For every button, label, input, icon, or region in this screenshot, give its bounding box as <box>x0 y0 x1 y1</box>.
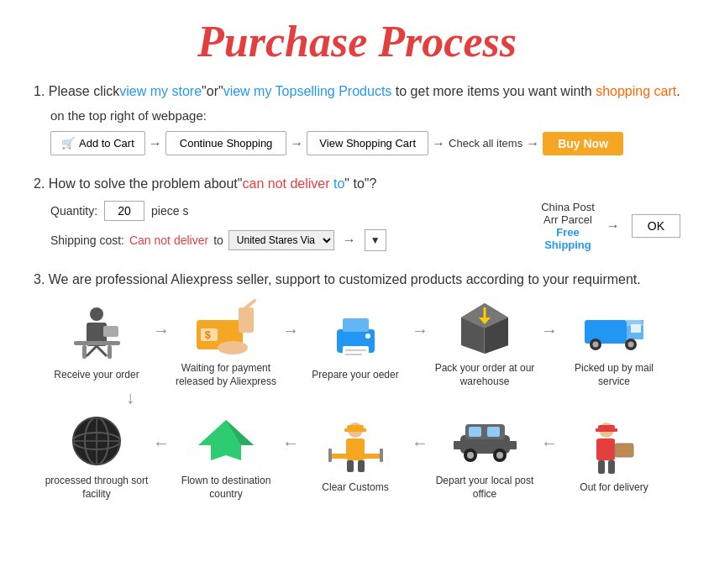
view-shopping-cart-button[interactable]: View Shopping Cart <box>307 131 428 155</box>
arrow6-icon: → <box>606 218 620 234</box>
svg-rect-46 <box>347 460 354 472</box>
receive-icon <box>63 305 130 365</box>
dropdown-button[interactable]: ▼ <box>365 229 386 251</box>
process-item-flown: Flown to destination country <box>171 411 281 501</box>
process-row2: processed through sort facility ← Flown … <box>42 411 680 501</box>
delivery-icon <box>580 417 648 478</box>
piece-label: piece s <box>151 204 188 218</box>
svg-rect-67 <box>598 460 605 474</box>
china-post-info: China Post Arr Parcel Free Shipping <box>541 201 595 251</box>
link-shopping-cart[interactable]: shopping cart <box>596 84 676 98</box>
process-item-prepare: Prepare your oeder <box>301 305 410 382</box>
step2-title: 2. How to solve the problem about"can no… <box>34 174 680 194</box>
step1-text-after: to get more items you want winth <box>391 84 596 98</box>
svg-rect-16 <box>343 346 369 360</box>
svg-rect-26 <box>585 320 627 344</box>
svg-rect-12 <box>239 307 254 333</box>
depart-icon <box>451 411 518 471</box>
svg-rect-50 <box>380 449 383 462</box>
svg-rect-60 <box>508 441 517 449</box>
svg-rect-5 <box>103 326 118 337</box>
process-item-depart: Depart your local post office <box>430 411 539 501</box>
svg-rect-64 <box>596 438 615 460</box>
process-item-pickup: Picked up by mail service <box>559 298 669 388</box>
payment-label: Waiting for payment released by Aliexpre… <box>171 362 281 388</box>
svg-point-11 <box>218 341 248 354</box>
svg-rect-54 <box>487 427 500 437</box>
row1-arrow3: → <box>412 321 428 340</box>
buttons-row: 🛒 Add to Cart → Continue Shopping → View… <box>50 131 680 155</box>
svg-rect-53 <box>469 427 481 437</box>
quantity-input[interactable] <box>104 201 144 221</box>
customs-label: Clear Customs <box>322 481 388 495</box>
pack-icon <box>451 298 518 359</box>
step2-content: Quantity: piece s Shipping cost: Can not… <box>50 201 680 251</box>
buy-now-button[interactable]: Buy Now <box>543 132 623 155</box>
step2-right-row: China Post Arr Parcel Free Shipping → OK <box>541 201 680 251</box>
svg-rect-47 <box>358 460 365 472</box>
receive-label: Receive your order <box>54 369 139 382</box>
row1-arrow4: → <box>541 321 558 340</box>
continue-shopping-button[interactable]: Continue Shopping <box>165 131 287 155</box>
svg-point-31 <box>593 342 599 348</box>
arrow2-icon: → <box>290 136 303 151</box>
shipping-row: Shipping cost: Can not deliver to United… <box>50 229 516 251</box>
svg-rect-29 <box>631 324 641 333</box>
row2-arrow3: ← <box>412 433 428 453</box>
step2-right: China Post Arr Parcel Free Shipping → OK <box>541 201 680 251</box>
svg-text:$: $ <box>205 329 211 341</box>
row2-arrow1: ← <box>153 433 170 453</box>
process-row1: Receive your order → $ Waiting for <box>42 298 680 388</box>
step2-section: 2. How to solve the problem about"can no… <box>34 174 680 251</box>
svg-point-58 <box>496 452 503 459</box>
step1-subtitle: on the top right of webpage: <box>50 108 680 123</box>
prepare-label: Prepare your oeder <box>312 369 398 382</box>
link-view-store[interactable]: view my store <box>119 84 202 98</box>
svg-point-56 <box>467 452 474 459</box>
svg-rect-15 <box>343 318 369 332</box>
sort-icon <box>63 411 130 471</box>
arrow5-icon: → <box>343 233 356 248</box>
svg-rect-48 <box>328 454 383 459</box>
step1-text: 1. Please clickview my store"or"view my … <box>34 81 680 102</box>
svg-rect-59 <box>454 441 462 449</box>
svg-rect-3 <box>82 345 87 359</box>
row2-arrow4: ← <box>541 433 558 453</box>
step3-title: 3. We are professional Aliexpress seller… <box>34 270 680 290</box>
process-item-pack: Pack your order at our warehouse <box>430 298 539 388</box>
pickup-icon <box>580 298 648 359</box>
svg-rect-49 <box>328 449 332 462</box>
svg-rect-44 <box>344 428 366 432</box>
svg-point-19 <box>365 333 370 339</box>
delivery-label: Out for delivery <box>580 481 648 495</box>
pickup-label: Picked up by mail service <box>559 362 669 388</box>
row1-arrow1: → <box>153 321 170 340</box>
process-item-sort: processed through sort facility <box>42 411 151 501</box>
quantity-label: Quantity: <box>50 204 97 218</box>
arrow3-icon: → <box>432 136 445 151</box>
svg-line-6 <box>87 346 97 356</box>
down-arrow-icon: ↓ <box>126 388 680 407</box>
cart-icon: 🛒 <box>61 137 75 150</box>
svg-point-0 <box>90 307 103 321</box>
row1-arrow2: → <box>282 321 299 340</box>
svg-rect-17 <box>345 349 366 351</box>
quantity-row: Quantity: piece s <box>50 201 516 221</box>
ok-button[interactable]: OK <box>632 214 680 238</box>
check-all-label: Check all items <box>449 137 522 150</box>
step3-section: 3. We are professional Aliexpress seller… <box>34 270 680 501</box>
payment-icon: $ <box>192 298 260 359</box>
depart-label: Depart your local post office <box>430 475 539 501</box>
process-item-delivery: Out for delivery <box>559 417 669 495</box>
add-to-cart-button[interactable]: 🛒 Add to Cart <box>50 131 145 155</box>
flown-icon <box>192 411 260 471</box>
pack-label: Pack your order at our warehouse <box>430 362 539 388</box>
process-item-receive: Receive your order <box>42 305 151 382</box>
shipping-to-text: to <box>213 234 223 247</box>
shipping-via-select[interactable]: United Stares Via <box>228 230 334 250</box>
svg-rect-68 <box>608 460 615 474</box>
svg-rect-65 <box>615 444 633 457</box>
flown-label: Flown to destination country <box>171 475 281 501</box>
link-topselling[interactable]: view my Topselling Products <box>223 84 392 98</box>
step2-left: Quantity: piece s Shipping cost: Can not… <box>50 201 516 251</box>
